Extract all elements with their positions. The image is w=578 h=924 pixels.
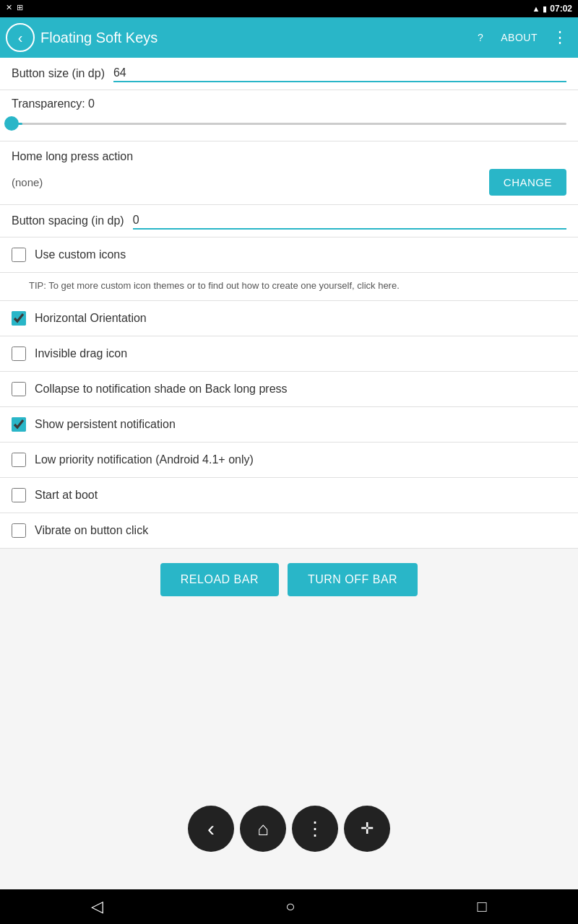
button-size-input[interactable]: [113, 65, 566, 82]
more-options-icon[interactable]: ⋮: [548, 24, 572, 51]
back-icon: ‹: [18, 30, 23, 46]
low-priority-notification-checkbox[interactable]: [12, 453, 26, 467]
transparency-label: Transparency: 0: [12, 97, 566, 110]
collapse-notification-row: Collapse to notification shade on Back l…: [0, 372, 578, 407]
status-bar: ✕ ⊞ ▲ ▮ 07:02: [0, 0, 578, 17]
status-time: 07:02: [550, 4, 572, 14]
vibrate-on-click-label[interactable]: Vibrate on button click: [35, 524, 148, 537]
floating-bar: ‹ ⌂ ⋮ ✛: [188, 806, 390, 852]
vibrate-on-click-checkbox[interactable]: [12, 523, 26, 538]
bottom-nav: ◁ ○ □: [0, 889, 578, 924]
start-at-boot-label[interactable]: Start at boot: [35, 489, 98, 502]
battery-icon: ▮: [543, 4, 547, 14]
slider-container: [12, 116, 566, 131]
home-press-action-row: (none) Change: [12, 169, 566, 196]
use-custom-icons-row: Use custom icons: [0, 237, 578, 273]
invisible-drag-icon-row: Invisible drag icon: [0, 336, 578, 372]
vibrate-on-click-row: Vibrate on button click: [0, 513, 578, 549]
float-back-button[interactable]: ‹: [188, 806, 234, 852]
low-priority-notification-label[interactable]: Low priority notification (Android 4.1+ …: [35, 453, 254, 466]
tip-row: TIP: To get more custom icon themes or t…: [0, 273, 578, 301]
show-persistent-notification-row: Show persistent notification: [0, 407, 578, 443]
app-title: Floating Soft Keys: [40, 30, 465, 46]
nav-home-button[interactable]: ○: [268, 892, 312, 922]
button-spacing-label: Button spacing (in dp): [12, 214, 124, 227]
float-home-icon: ⌂: [257, 818, 269, 840]
back-button[interactable]: ‹: [6, 23, 35, 52]
nav-recents-icon: □: [478, 897, 487, 915]
show-persistent-notification-label[interactable]: Show persistent notification: [35, 418, 176, 431]
button-spacing-row: Button spacing (in dp): [0, 205, 578, 237]
settings-content: Button size (in dp) Transparency: 0 Home…: [0, 58, 578, 889]
tip-text: TIP: To get more custom icon themes or t…: [29, 280, 400, 291]
start-at-boot-row: Start at boot: [0, 478, 578, 513]
status-right-icons: ▲ ▮ 07:02: [532, 4, 572, 14]
notification-icon: ✕: [6, 3, 12, 12]
transparency-row: Transparency: 0: [0, 90, 578, 141]
nav-recents-button[interactable]: □: [460, 892, 504, 922]
status-left-icons: ✕ ⊞: [6, 3, 23, 12]
use-custom-icons-checkbox[interactable]: [12, 248, 26, 262]
nav-back-button[interactable]: ◁: [74, 892, 121, 922]
button-size-row: Button size (in dp): [0, 58, 578, 90]
float-move-button[interactable]: ✛: [344, 806, 390, 852]
help-button[interactable]: ?: [470, 27, 491, 48]
horizontal-orientation-row: Horizontal Orientation: [0, 301, 578, 336]
button-size-label: Button size (in dp): [12, 67, 105, 80]
invisible-drag-icon-checkbox[interactable]: [12, 346, 26, 361]
home-long-press-label: Home long press action: [12, 150, 566, 163]
reload-bar-button[interactable]: Reload bar: [160, 563, 279, 596]
app-bar-actions: ? ABOUT ⋮: [470, 24, 572, 51]
about-button[interactable]: ABOUT: [493, 27, 545, 48]
slider-track: [12, 123, 566, 125]
home-long-press-row: Home long press action (none) Change: [0, 141, 578, 205]
float-move-icon: ✛: [361, 819, 374, 838]
nav-back-icon: ◁: [91, 897, 103, 915]
app-icon: ⊞: [17, 3, 23, 12]
show-persistent-notification-checkbox[interactable]: [12, 417, 26, 432]
low-priority-notification-row: Low priority notification (Android 4.1+ …: [0, 443, 578, 478]
collapse-notification-checkbox[interactable]: [12, 382, 26, 396]
float-back-icon: ‹: [207, 816, 215, 841]
horizontal-orientation-checkbox[interactable]: [12, 311, 26, 326]
action-buttons-row: Reload bar Turn off bar: [0, 549, 578, 611]
wifi-icon: ▲: [532, 4, 540, 13]
float-home-button[interactable]: ⌂: [240, 806, 286, 852]
app-bar: ‹ Floating Soft Keys ? ABOUT ⋮: [0, 17, 578, 58]
turn-off-bar-button[interactable]: Turn off bar: [288, 563, 418, 596]
float-menu-button[interactable]: ⋮: [292, 806, 338, 852]
start-at-boot-checkbox[interactable]: [12, 488, 26, 502]
button-spacing-input[interactable]: [133, 212, 566, 230]
change-button[interactable]: Change: [489, 169, 566, 196]
slider-thumb[interactable]: [4, 116, 19, 131]
float-menu-icon: ⋮: [306, 818, 324, 840]
home-press-value: (none): [12, 176, 43, 188]
collapse-notification-label[interactable]: Collapse to notification shade on Back l…: [35, 383, 288, 396]
horizontal-orientation-label[interactable]: Horizontal Orientation: [35, 312, 147, 325]
invisible-drag-icon-label[interactable]: Invisible drag icon: [35, 347, 127, 360]
nav-home-icon: ○: [285, 897, 295, 915]
use-custom-icons-label[interactable]: Use custom icons: [35, 248, 126, 261]
